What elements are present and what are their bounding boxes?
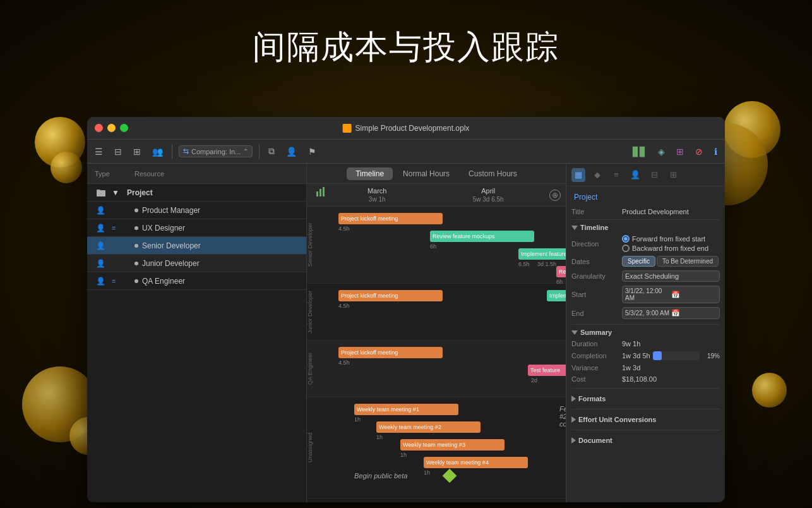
- rp-tab-sliders[interactable]: ≡: [609, 168, 623, 182]
- senior-dev-name: Senior Developer: [124, 241, 304, 250]
- gantt-row-qa: QA Engineer Project kickoff meeting 4.5h…: [307, 341, 566, 397]
- zoom-icon[interactable]: ⊕: [549, 190, 561, 201]
- toolbar-sep-1: [172, 145, 172, 159]
- timeline-header: March 3w 1h April 5w 3d 6.5h ⊕: [307, 184, 566, 207]
- rp-tab-diamond[interactable]: ◆: [590, 168, 604, 182]
- april-weeks: 5w 3d 6.5h: [427, 196, 549, 203]
- bar-kickoff-sd[interactable]: Project kickoff meeting: [338, 213, 443, 224]
- tab-timeline[interactable]: Timeline: [347, 167, 393, 180]
- type-person-icon-4: 👤: [90, 259, 112, 268]
- summary-section-header[interactable]: Summary: [571, 329, 720, 336]
- list-btn[interactable]: ⊟: [112, 145, 124, 158]
- dur-u-1: 1h: [354, 416, 361, 423]
- cost-label: Cost: [571, 375, 622, 383]
- formats-section[interactable]: Formats: [571, 392, 720, 405]
- qa-row-label: QA Engineer: [307, 341, 313, 397]
- divider-5: [571, 430, 720, 430]
- type-folder-icon: [90, 189, 112, 197]
- bar-weekly-1[interactable]: Weekly team meeting #1: [354, 404, 458, 415]
- duration-row: Duration 9w 1h: [571, 340, 720, 348]
- completion-row: Completion 1w 3d 5h 19%: [571, 351, 720, 360]
- comparing-selector[interactable]: ⇆ Comparing: In... ⌃: [179, 145, 253, 157]
- progress-percent: 19%: [702, 353, 720, 360]
- rp-tab-project[interactable]: ▦: [571, 168, 585, 182]
- direction-radio-group: Forward from fixed start Backward from f…: [622, 235, 720, 252]
- resource-row-junior-dev[interactable]: 👤 Junior Developer: [87, 255, 306, 272]
- direction-backward[interactable]: Backward from fixed end: [622, 245, 720, 252]
- dates-specific-btn[interactable]: Specific: [622, 256, 655, 267]
- rp-tab-table[interactable]: ⊞: [666, 168, 680, 182]
- milestone-label-3: Begin public beta: [354, 472, 407, 480]
- chart-zoom-icon[interactable]: [316, 186, 325, 198]
- svg-rect-2: [323, 187, 325, 197]
- start-date-field[interactable]: 3/1/22, 12:00 AM 📅: [622, 286, 720, 303]
- right-panel: ▦ ◆ ≡ 👤 ⊟ ⊞ Project Title Product Develo…: [566, 164, 725, 502]
- type-person-icon-1: 👤: [90, 206, 112, 215]
- month-march: March: [327, 187, 427, 195]
- toolbar: ☰ ⊟ ⊞ 👥 ⇆ Comparing: In... ⌃ ⧉ 👤 ⚑ ▊▊ ◈ …: [87, 140, 725, 164]
- people-btn[interactable]: 👥: [150, 145, 165, 158]
- variance-label: Variance: [571, 364, 622, 372]
- rp-tab-split[interactable]: ⊟: [647, 168, 661, 182]
- timeline-section: Timeline Direction Forward from fixed st…: [571, 224, 720, 319]
- timeline-section-header[interactable]: Timeline: [571, 224, 720, 231]
- dur-sd-1: 4.5h: [338, 226, 350, 232]
- timeline-area: Timeline Normal Hours Custom Hours March: [307, 164, 566, 502]
- resource-row-pm[interactable]: 👤 Product Manager: [87, 202, 306, 219]
- dates-tbd-btn[interactable]: To Be Determined: [657, 256, 719, 267]
- dur-sd-5b: 3d 1.5h: [537, 261, 556, 267]
- bar-weekly-4[interactable]: Weekly team meeting #4: [424, 457, 528, 468]
- resource-row-ux[interactable]: 👤 = UX Designer: [87, 219, 306, 237]
- maximize-button[interactable]: [120, 124, 128, 132]
- menu-btn[interactable]: ☰: [92, 145, 105, 158]
- effort-section[interactable]: Effort Unit Conversions: [571, 413, 720, 426]
- minimize-button[interactable]: [107, 124, 116, 132]
- tab-custom-hours[interactable]: Custom Hours: [460, 167, 526, 180]
- close-button[interactable]: [95, 124, 103, 132]
- granularity-row: Granularity Exact Scheduling: [571, 270, 720, 282]
- direction-row: Direction Forward from fixed start Backw…: [571, 235, 720, 252]
- bar-kickoff-qa[interactable]: Project kickoff meeting: [338, 347, 443, 358]
- duration-label: Duration: [571, 340, 622, 348]
- resource-row-qa[interactable]: 👤 = QA Engineer: [87, 272, 306, 290]
- bar-weekly-3[interactable]: Weekly team meeting #3: [400, 439, 505, 451]
- flag-btn[interactable]: ⚑: [306, 145, 319, 158]
- resource-row-senior-dev[interactable]: 👤 Senior Developer: [87, 237, 306, 255]
- grid-btn[interactable]: ⊞: [131, 145, 143, 158]
- document-section[interactable]: Document: [571, 434, 720, 447]
- divider-4: [571, 409, 720, 409]
- network-btn[interactable]: ⊞: [674, 145, 686, 158]
- completion-label: Completion: [571, 352, 622, 360]
- alert-btn[interactable]: ⊘: [693, 145, 705, 158]
- dur-u-4: 1h: [424, 469, 430, 476]
- resource-row-project[interactable]: ▼ Project: [87, 184, 306, 202]
- radio-backward-dot: [622, 245, 630, 252]
- bar-review-mockups-sd2[interactable]: Review feature mockups: [556, 266, 566, 277]
- right-panel-tabs: ▦ ◆ ≡ 👤 ⊟ ⊞: [566, 164, 725, 186]
- bar-weekly-2[interactable]: Weekly team meeting #2: [376, 421, 481, 433]
- end-date-field[interactable]: 5/3/22, 9:00 AM 📅: [622, 307, 720, 319]
- duration-value: 9w 1h: [622, 340, 720, 348]
- person-btn[interactable]: 👤: [284, 145, 299, 158]
- view-btn-1[interactable]: ⧉: [266, 145, 277, 158]
- rp-tab-person[interactable]: 👤: [628, 168, 642, 182]
- dates-row: Dates Specific To Be Determined: [571, 256, 720, 267]
- bar-impl-feat-jd[interactable]: Implement feature: [547, 290, 566, 301]
- expand-arrow[interactable]: ▼: [112, 188, 124, 197]
- chart-btn[interactable]: ▊▊: [630, 145, 649, 158]
- effort-expand-icon: [571, 416, 576, 423]
- bar-review-mockups-sd[interactable]: Review feature mockups: [430, 231, 534, 242]
- bar-test-feat-qa[interactable]: Test feature: [528, 365, 566, 376]
- granularity-select[interactable]: Exact Scheduling: [622, 270, 720, 282]
- end-row: End 5/3/22, 9:00 AM 📅: [571, 307, 720, 319]
- tab-normal-hours[interactable]: Normal Hours: [394, 167, 458, 180]
- end-cal-icon: 📅: [671, 309, 717, 317]
- bar-impl-feat-sd[interactable]: Implement feature: [518, 248, 566, 260]
- info-btn[interactable]: ℹ: [712, 145, 720, 158]
- timeline-collapse-icon: [571, 226, 578, 230]
- bar-kickoff-jd[interactable]: Project kickoff meeting: [338, 290, 443, 301]
- direction-forward[interactable]: Forward from fixed start: [622, 235, 720, 243]
- gantt-chart: Senior Developer Project kickoff meeting…: [307, 207, 566, 502]
- svg-rect-1: [319, 189, 321, 197]
- diamond-btn[interactable]: ◈: [655, 145, 667, 158]
